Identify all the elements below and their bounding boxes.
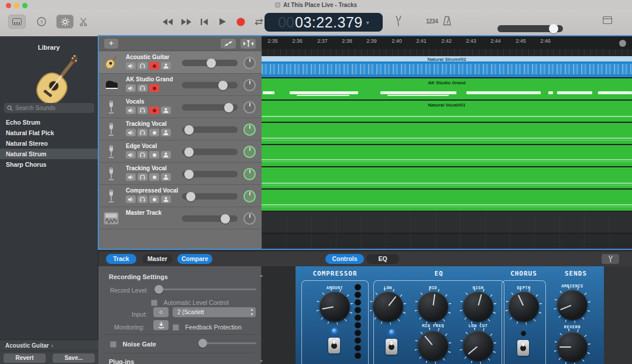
metronome-button[interactable]	[442, 16, 452, 26]
eq-mid-knob[interactable]	[418, 291, 448, 322]
library-item[interactable]: Echo Strum	[0, 117, 98, 128]
track-row[interactable]: AK Studio Grand	[99, 74, 262, 96]
input-format-button[interactable]: ○	[153, 307, 169, 317]
master-track-lane[interactable]	[262, 212, 632, 233]
eq-switch[interactable]	[386, 339, 397, 355]
volume-knob[interactable]	[184, 147, 194, 157]
eq-mid-freq-knob[interactable]	[418, 331, 448, 361]
region-vocal-take[interactable]	[262, 145, 632, 167]
library-item[interactable]: Natural Flat Pick	[0, 128, 98, 138]
mute-button[interactable]	[126, 84, 136, 92]
master-volume-knob[interactable]	[549, 24, 558, 33]
pan-knob[interactable]	[243, 101, 256, 114]
pan-knob[interactable]	[243, 168, 256, 180]
volume-knob[interactable]	[186, 192, 195, 201]
play-button[interactable]	[216, 15, 229, 29]
checkbox-unchecked[interactable]	[173, 324, 179, 331]
record-button[interactable]	[234, 15, 247, 29]
mute-button[interactable]	[126, 195, 136, 203]
pan-knob[interactable]	[243, 212, 256, 225]
track-row[interactable]: Tracking Vocal	[99, 163, 262, 185]
time-ruler[interactable]: 2:35 2:36 2:37 2:38 2:39 2:40 2:41 2:42 …	[262, 36, 632, 56]
volume-knob[interactable]	[218, 81, 228, 90]
library-item[interactable]: Natural Stereo	[0, 138, 98, 149]
eq-low-knob[interactable]	[373, 291, 403, 322]
editors-button[interactable]	[74, 15, 92, 29]
library-toggle-button[interactable]	[8, 15, 26, 29]
record-enable-button[interactable]	[149, 151, 159, 159]
search-input[interactable]	[15, 105, 91, 111]
auto-level-row[interactable]: Automatic Level Control	[151, 297, 314, 307]
mute-button[interactable]	[126, 151, 136, 159]
fast-forward-button[interactable]	[180, 15, 193, 29]
region-ak-studio-grand[interactable]: AK Studio Grand	[262, 78, 632, 100]
mute-button[interactable]	[126, 107, 136, 114]
compressor-amount-knob[interactable]	[320, 291, 350, 322]
stepper-icons[interactable]: ▴▾	[250, 307, 253, 317]
track-volume-slider[interactable]	[182, 82, 238, 88]
chevron-down-icon[interactable]: ▾	[366, 19, 369, 26]
sends-reverb-knob[interactable]	[557, 332, 588, 362]
tab-compare[interactable]: Compare	[177, 254, 212, 264]
save-button[interactable]: Save...	[53, 353, 95, 363]
timeline[interactable]: 2:35 2:36 2:37 2:38 2:39 2:40 2:41 2:42 …	[262, 36, 632, 249]
input-monitoring-button[interactable]	[161, 151, 171, 159]
pan-knob[interactable]	[243, 190, 256, 202]
tuner-button[interactable]	[394, 15, 403, 27]
input-monitoring-button[interactable]	[161, 107, 171, 114]
record-enable-button[interactable]	[149, 62, 159, 70]
track-row[interactable]: Compressed Vocal	[99, 185, 262, 207]
tab-controls[interactable]: Controls	[325, 254, 364, 264]
track-volume-slider[interactable]	[182, 171, 238, 177]
recording-settings-header[interactable]: Recording Settings ⌄	[109, 271, 272, 281]
track-row[interactable]: Acoustic Guitar	[99, 51, 262, 74]
record-enable-button[interactable]	[149, 84, 159, 92]
display-mode-button[interactable]	[603, 16, 612, 24]
record-level-knob[interactable]	[154, 285, 163, 294]
region-natural-strum[interactable]: Natural Strum#02	[262, 56, 632, 78]
track-volume-slider[interactable]	[182, 193, 238, 200]
search-field[interactable]	[4, 103, 94, 113]
eq-low-cut-knob[interactable]	[463, 331, 493, 361]
go-to-beginning-button[interactable]	[198, 15, 211, 29]
track-row[interactable]: Master Track	[99, 207, 262, 229]
region-vocal-take[interactable]	[262, 167, 632, 189]
plugins-header[interactable]: Plug-ins ⌄	[109, 356, 272, 364]
record-enable-button[interactable]	[149, 107, 159, 114]
automation-button[interactable]	[221, 39, 236, 49]
track-row[interactable]: Tracking Vocal	[99, 118, 262, 140]
volume-knob[interactable]	[207, 59, 216, 68]
noise-gate-slider[interactable]	[201, 342, 256, 344]
checkbox-unchecked[interactable]	[110, 341, 116, 348]
tab-master[interactable]: Master	[142, 254, 173, 264]
region-vocal-take[interactable]	[262, 123, 632, 145]
input-monitoring-button[interactable]	[161, 173, 171, 181]
monitoring-button[interactable]	[153, 320, 169, 330]
tuner-button-bottom[interactable]	[602, 254, 619, 264]
tab-eq[interactable]: EQ	[366, 254, 399, 264]
record-enable-button[interactable]	[149, 129, 159, 136]
track-volume-slider[interactable]	[182, 215, 238, 222]
record-level-slider[interactable]	[157, 289, 256, 290]
patch-breadcrumb[interactable]: Acoustic Guitar›	[0, 340, 98, 351]
lcd-display[interactable]: 00 03:22.379 ▾	[265, 13, 383, 32]
track-volume-slider[interactable]	[182, 104, 238, 111]
pan-knob[interactable]	[243, 123, 256, 136]
count-in-button[interactable]: 1234	[426, 18, 438, 25]
input-select[interactable]: 2 (Scarlett ▴▾	[173, 307, 256, 317]
track-volume-slider[interactable]	[182, 60, 238, 66]
solo-button[interactable]	[138, 107, 147, 114]
pan-knob[interactable]	[243, 79, 256, 91]
solo-button[interactable]	[138, 129, 147, 136]
mute-button[interactable]	[126, 173, 136, 181]
track-volume-slider[interactable]	[182, 149, 238, 155]
pan-knob[interactable]	[243, 57, 256, 69]
empty-timeline-area[interactable]	[262, 233, 632, 249]
scroll-handle[interactable]	[619, 40, 626, 47]
region-vocal-take[interactable]	[262, 190, 632, 211]
volume-knob[interactable]	[184, 125, 194, 135]
mute-button[interactable]	[126, 129, 136, 136]
cycle-button[interactable]	[252, 15, 265, 29]
rewind-button[interactable]	[162, 15, 174, 29]
sends-ambience-knob[interactable]	[557, 290, 588, 320]
